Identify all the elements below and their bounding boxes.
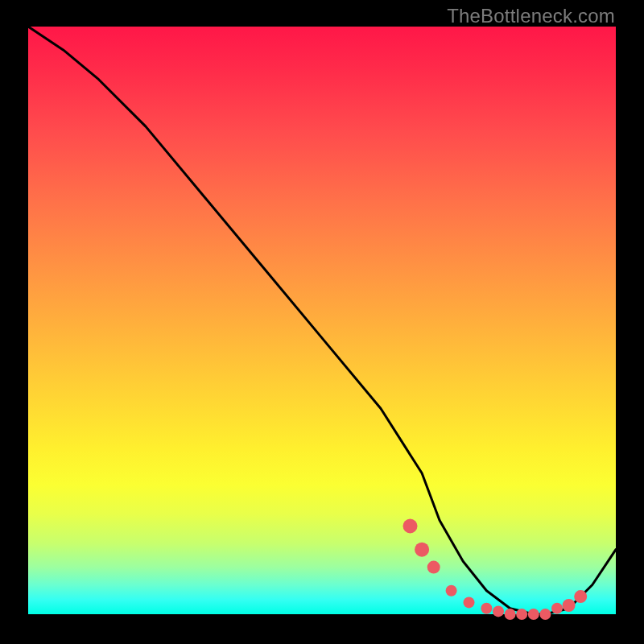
svg-point-11	[551, 603, 563, 614]
watermark-text: TheBottleneck.com	[447, 5, 615, 27]
svg-point-3	[446, 585, 457, 597]
svg-point-9	[528, 609, 539, 620]
svg-point-2	[427, 561, 440, 574]
svg-point-7	[505, 609, 516, 620]
chart-svg-layer	[28, 27, 616, 614]
svg-point-5	[481, 603, 492, 614]
svg-point-8	[516, 609, 527, 620]
valley-markers	[403, 519, 588, 621]
svg-point-12	[563, 599, 576, 612]
svg-point-0	[403, 519, 418, 534]
svg-point-10	[539, 609, 551, 620]
svg-point-6	[493, 605, 504, 617]
svg-point-1	[415, 543, 429, 557]
bottleneck-curve	[28, 27, 616, 614]
svg-point-13	[574, 590, 587, 603]
svg-point-4	[464, 597, 475, 608]
chart-plot-area	[28, 27, 616, 614]
